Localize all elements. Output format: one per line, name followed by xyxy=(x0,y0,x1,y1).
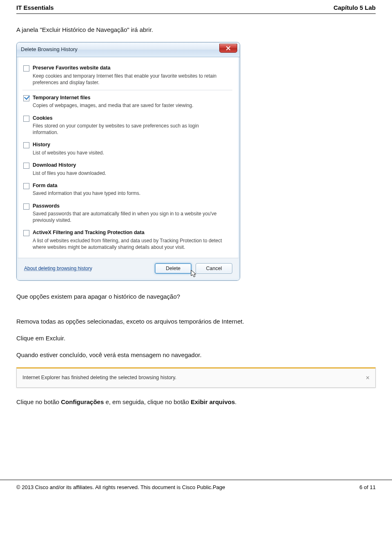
option-form-data[interactable]: Form data Saved information that you hav… xyxy=(22,180,232,200)
instruction-done-msg: Quando estiver concluído, você verá esta… xyxy=(16,351,376,359)
option-passwords[interactable]: Passwords Saved passwords that are autom… xyxy=(22,200,232,227)
checkbox[interactable] xyxy=(23,95,29,101)
cancel-button-label: Cancel xyxy=(206,265,222,273)
intro-text: A janela "Excluir Histórico de Navegação… xyxy=(16,25,376,34)
option-activex-tracking[interactable]: ActiveX Filtering and Tracking Protectio… xyxy=(22,227,232,254)
header-right: Capítulo 5 Lab xyxy=(334,4,376,11)
cancel-button[interactable]: Cancel xyxy=(196,263,232,274)
page-header: IT Essentials Capítulo 5 Lab xyxy=(16,0,376,14)
option-label: Cookies xyxy=(33,115,225,122)
checkbox[interactable] xyxy=(23,142,29,148)
question-text: Que opções existem para apagar o históri… xyxy=(16,292,376,301)
notification-bar: Internet Explorer has finished deleting … xyxy=(16,367,376,388)
checkbox[interactable] xyxy=(23,230,29,236)
instruction-settings: Clique no botão Configurações e, em segu… xyxy=(16,398,376,406)
delete-button-label: Delete xyxy=(166,265,180,273)
option-desc: Keep cookies and temporary Internet file… xyxy=(33,73,225,86)
header-left: IT Essentials xyxy=(16,4,54,11)
option-download-history[interactable]: Download History List of files you have … xyxy=(22,159,232,180)
footer-copyright: © 2013 Cisco and/or its affiliates. All … xyxy=(16,484,225,490)
option-label: Preserve Favorites website data xyxy=(33,65,225,72)
option-temp-internet-files[interactable]: Temporary Internet files Copies of webpa… xyxy=(22,92,232,112)
dialog-title: Delete Browsing History xyxy=(21,46,78,53)
footer-page-number: 6 of 11 xyxy=(359,484,376,490)
checkbox[interactable] xyxy=(23,163,29,169)
option-preserve-favorites[interactable]: Preserve Favorites website data Keep coo… xyxy=(22,62,232,89)
dialog-titlebar: Delete Browsing History xyxy=(17,42,240,57)
option-label: Temporary Internet files xyxy=(33,94,194,102)
option-desc: List of files you have downloaded. xyxy=(33,170,106,177)
instruction-click-delete: Clique em Excluir. xyxy=(16,334,376,342)
option-cookies[interactable]: Cookies Files stored on your computer by… xyxy=(22,112,232,139)
option-label: Form data xyxy=(33,182,140,190)
option-history[interactable]: History List of websites you have visite… xyxy=(22,139,232,159)
checkbox[interactable] xyxy=(23,203,29,210)
notification-close-icon[interactable]: × xyxy=(366,375,370,381)
option-desc: Copies of webpages, images, and media th… xyxy=(33,102,194,109)
option-desc: List of websites you have visited. xyxy=(33,150,104,156)
cursor-icon xyxy=(191,270,197,278)
option-desc: Files stored on your computer by website… xyxy=(33,123,225,136)
instruction-remove: Remova todas as opções selecionadas, exc… xyxy=(16,317,376,326)
dialog-screenshot: Delete Browsing History Preserve Favorit… xyxy=(16,42,376,281)
option-desc: Saved passwords that are automatically f… xyxy=(33,210,225,223)
page-footer: © 2013 Cisco and/or its affiliates. All … xyxy=(0,480,392,501)
checkbox[interactable] xyxy=(23,65,29,72)
checkbox[interactable] xyxy=(23,116,29,122)
option-desc: A list of websites excluded from filteri… xyxy=(33,237,225,250)
option-label: History xyxy=(33,141,104,149)
notification-text: Internet Explorer has finished deleting … xyxy=(22,374,176,382)
option-desc: Saved information that you have typed in… xyxy=(33,190,140,197)
checkbox[interactable] xyxy=(23,183,29,189)
close-button[interactable] xyxy=(219,44,237,53)
option-label: ActiveX Filtering and Tracking Protectio… xyxy=(33,229,225,237)
close-icon xyxy=(226,46,231,51)
option-label: Download History xyxy=(33,162,106,169)
delete-button[interactable]: Delete xyxy=(155,263,192,274)
about-link[interactable]: About deleting browsing history xyxy=(24,265,92,272)
option-label: Passwords xyxy=(33,203,225,210)
